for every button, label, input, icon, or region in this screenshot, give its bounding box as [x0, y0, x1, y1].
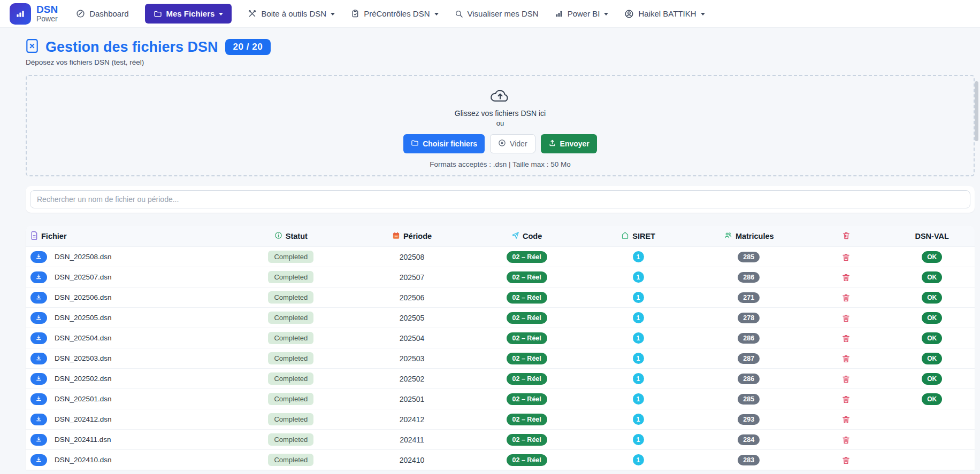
dropzone-drag-text: Glissez vos fichiers DSN ici [27, 109, 974, 118]
cloud-upload-icon [489, 96, 511, 105]
nav-item-power-bi[interactable]: Power BI [555, 9, 609, 18]
quota-badge: 20 / 20 [225, 39, 271, 55]
delete-button[interactable] [841, 374, 851, 384]
siret-count-badge: 1 [633, 292, 644, 303]
download-button[interactable] [30, 434, 47, 446]
chevron-down-icon [434, 13, 439, 15]
send-button[interactable]: Envoyer [541, 134, 597, 153]
column-header-fichier: Fichier [26, 231, 229, 242]
periode-value: 202507 [400, 273, 425, 282]
delete-button[interactable] [841, 394, 851, 404]
download-button[interactable] [30, 271, 47, 283]
delete-button[interactable] [841, 252, 851, 262]
status-badge: Completed [268, 291, 313, 304]
clear-button[interactable]: Vider [490, 134, 535, 153]
download-button[interactable] [30, 251, 47, 263]
delete-button[interactable] [841, 313, 851, 323]
nav-item-label: Boite à outils DSN [261, 9, 326, 18]
choose-files-button[interactable]: Choisir fichiers [403, 134, 485, 153]
nav-item-precontroles[interactable]: PréContrôles DSN [351, 9, 438, 18]
file-name: DSN_202412.dsn [55, 415, 112, 423]
dropzone-or-text: ou [27, 119, 974, 127]
users-icon [724, 231, 732, 241]
nav-item-user-menu[interactable]: Haikel BATTIKH [624, 9, 705, 19]
matricules-count-badge: 293 [738, 414, 760, 425]
file-dropzone[interactable]: Glissez vos fichiers DSN ici ou Choisir … [26, 75, 975, 176]
download-button[interactable] [30, 332, 47, 344]
status-badge: Completed [268, 372, 313, 385]
app-logo[interactable]: DSN Power [10, 3, 58, 25]
nav-item-boite-outils[interactable]: Boite à outils DSN [248, 9, 335, 18]
file-name: DSN_202504.dsn [55, 334, 112, 342]
file-name: DSN_202506.dsn [55, 293, 112, 301]
delete-button[interactable] [841, 455, 851, 465]
delete-button[interactable] [841, 435, 851, 445]
download-button[interactable] [30, 454, 47, 466]
folder-icon [154, 10, 162, 18]
logo-brand-text: DSN [36, 4, 58, 15]
download-button[interactable] [30, 312, 47, 324]
periode-value: 202412 [400, 415, 425, 424]
download-button[interactable] [30, 393, 47, 405]
status-badge: Completed [268, 251, 313, 263]
dsnval-badge: OK [922, 393, 942, 405]
scrollbar-thumb[interactable] [975, 81, 978, 141]
download-button[interactable] [30, 292, 47, 304]
file-name: DSN_202410.dsn [55, 456, 112, 464]
download-button[interactable] [30, 414, 47, 425]
dsnval-badge: OK [922, 373, 942, 385]
nav-item-mes-fichiers[interactable]: Mes Fichiers [145, 4, 232, 24]
calendar-icon [392, 231, 400, 241]
column-header-periode: Période [352, 231, 472, 241]
nav-item-dashboard[interactable]: Dashboard [76, 9, 128, 18]
delete-button[interactable] [841, 273, 851, 282]
bar-chart-icon [555, 10, 563, 18]
matricules-count-badge: 286 [738, 374, 760, 384]
periode-value: 202504 [400, 334, 425, 343]
matricules-count-badge: 284 [738, 434, 760, 445]
download-button[interactable] [30, 353, 47, 364]
download-button[interactable] [30, 373, 47, 385]
dashboard-gauge-icon [76, 9, 85, 18]
table-row: DSN_202410.dsn Completed 202410 02 – Rée… [26, 449, 975, 470]
siret-count-badge: 1 [633, 332, 644, 344]
main-content: Gestion des fichiers DSN 20 / 20 Déposez… [0, 38, 980, 470]
delete-button[interactable] [841, 354, 851, 363]
table-header-row: Fichier Statut Période Code [26, 226, 975, 246]
matricules-count-badge: 286 [738, 272, 760, 283]
paper-plane-icon [511, 231, 519, 241]
periode-value: 202411 [400, 436, 424, 444]
delete-button[interactable] [841, 293, 851, 302]
scrollbar[interactable] [974, 28, 980, 474]
delete-button[interactable] [841, 333, 851, 343]
dsnval-badge: OK [922, 332, 942, 344]
file-name: DSN_202503.dsn [55, 354, 112, 362]
periode-value: 202410 [400, 456, 425, 464]
column-header-delete [803, 231, 889, 242]
search-input[interactable] [30, 190, 970, 208]
user-circle-icon [624, 9, 634, 19]
nav-item-label: Mes Fichiers [166, 9, 215, 18]
dsnval-badge: OK [922, 292, 942, 304]
nav-item-label: Dashboard [89, 9, 128, 18]
code-badge: 02 – Réel [507, 271, 547, 283]
table-row: DSN_202503.dsn Completed 202503 02 – Rée… [26, 348, 975, 368]
periode-value: 202501 [400, 395, 425, 403]
trash-icon [842, 231, 851, 242]
siret-count-badge: 1 [633, 373, 644, 384]
top-navigation: DSN Power Dashboard Mes Fichiers Boite à… [0, 0, 980, 28]
delete-button[interactable] [841, 415, 851, 424]
status-badge: Completed [268, 433, 313, 446]
file-icon [30, 231, 38, 242]
dsnval-badge: OK [922, 312, 942, 324]
nav-item-label: Power BI [568, 9, 600, 18]
logo-sub-text: Power [36, 15, 58, 23]
matricules-count-badge: 286 [738, 333, 760, 344]
nav-item-visualiser[interactable]: Visualiser mes DSN [455, 9, 539, 18]
search-icon [455, 10, 463, 18]
table-row: DSN_202412.dsn Completed 202412 02 – Rée… [26, 409, 975, 429]
siret-count-badge: 1 [633, 251, 644, 262]
matricules-count-badge: 278 [738, 313, 760, 323]
file-name: DSN_202501.dsn [55, 395, 112, 403]
periode-value: 202506 [400, 293, 425, 302]
